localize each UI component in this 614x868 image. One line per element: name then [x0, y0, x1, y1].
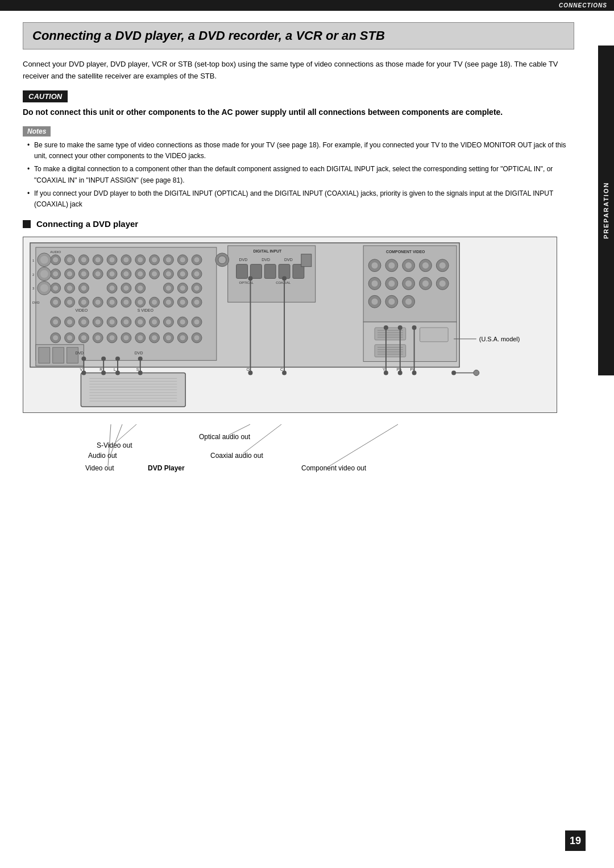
svg-point-187 [371, 298, 378, 305]
svg-point-39 [138, 257, 143, 263]
svg-point-119 [109, 319, 115, 325]
svg-rect-201 [420, 328, 449, 342]
svg-line-257 [108, 424, 111, 466]
svg-text:DVD: DVD [32, 301, 40, 304]
svg-rect-144 [39, 348, 50, 363]
svg-text:L: L [114, 368, 116, 372]
svg-point-62 [180, 286, 185, 291]
svg-rect-145 [53, 348, 64, 363]
svg-point-52 [165, 271, 171, 277]
svg-point-58 [109, 286, 115, 291]
svg-text:DVD: DVD [262, 258, 270, 262]
svg-point-53 [180, 271, 185, 277]
section-label: CONNECTIONS [559, 2, 607, 9]
svg-text:V: V [80, 368, 82, 372]
svg-point-140 [40, 270, 48, 278]
svg-point-36 [95, 257, 101, 263]
svg-text:Y: Y [383, 368, 385, 372]
svg-point-79 [53, 299, 59, 305]
svg-point-133 [152, 335, 157, 341]
svg-text:S VIDEO: S VIDEO [138, 308, 154, 312]
svg-point-219 [115, 357, 120, 361]
svg-point-84 [123, 299, 129, 305]
svg-point-161 [218, 256, 226, 264]
svg-rect-152 [237, 264, 248, 279]
svg-point-181 [439, 262, 446, 269]
svg-point-123 [165, 319, 171, 325]
svg-point-178 [388, 262, 395, 269]
svg-line-258 [229, 424, 250, 435]
svg-point-125 [194, 319, 200, 325]
caution-label: CAUTION [23, 90, 68, 102]
svg-point-184 [405, 280, 412, 287]
svg-point-253 [451, 371, 456, 375]
svg-point-49 [123, 271, 129, 277]
svg-point-51 [152, 271, 157, 277]
svg-point-254 [474, 370, 479, 376]
svg-point-134 [165, 335, 171, 341]
svg-point-33 [53, 257, 59, 263]
svg-text:OPTICAL: OPTICAL [239, 282, 254, 285]
svg-point-120 [123, 319, 129, 325]
svg-point-115 [53, 319, 59, 325]
svg-point-59 [123, 286, 129, 291]
svg-point-54 [194, 271, 200, 277]
caution-text: Do not connect this unit or other compon… [23, 106, 574, 118]
diagram-svg: AUDIO 1 2 3 [23, 237, 557, 412]
svg-point-46 [81, 271, 86, 277]
svg-point-127 [67, 335, 73, 341]
svg-point-216 [101, 357, 106, 361]
svg-text:COMPONENT VIDEO: COMPONENT VIDEO [386, 250, 425, 254]
page-title: Connecting a DVD player, a DVD recorder,… [23, 22, 574, 49]
svg-point-136 [194, 335, 200, 341]
svg-point-87 [165, 299, 171, 305]
svg-rect-154 [264, 264, 276, 279]
svg-point-80 [67, 299, 73, 305]
label-lines-svg [23, 413, 557, 481]
svg-rect-153 [250, 264, 262, 279]
svg-point-122 [152, 319, 157, 325]
tab-label: PREPARATION [603, 182, 609, 239]
diagram-wrapper: AUDIO 1 2 3 [23, 237, 557, 481]
svg-point-129 [95, 335, 101, 341]
svg-point-222 [138, 357, 143, 361]
svg-point-42 [180, 257, 185, 263]
svg-point-60 [138, 286, 143, 291]
svg-point-185 [422, 280, 429, 287]
svg-point-142 [40, 284, 48, 292]
notes-label: Notes [23, 126, 51, 137]
svg-point-37 [109, 257, 115, 263]
svg-line-260 [330, 424, 398, 466]
note-item-3: If you connect your DVD player to both t… [27, 188, 574, 210]
svg-point-118 [95, 319, 101, 325]
svg-line-255 [114, 424, 136, 444]
svg-text:DVD: DVD [135, 351, 143, 355]
svg-point-43 [194, 257, 200, 263]
svg-point-234 [398, 325, 403, 330]
svg-text:DVD: DVD [284, 258, 293, 262]
svg-text:COAXIAL: COAXIAL [276, 282, 291, 285]
svg-point-63 [194, 286, 200, 291]
svg-point-86 [152, 299, 157, 305]
svg-text:R: R [99, 368, 102, 372]
svg-point-188 [388, 298, 395, 305]
svg-point-48 [109, 271, 115, 277]
svg-point-228 [282, 276, 287, 281]
svg-text:AUDIO: AUDIO [50, 250, 61, 254]
svg-point-61 [165, 286, 171, 291]
svg-point-225 [248, 276, 252, 281]
svg-point-82 [95, 299, 101, 305]
svg-text:S: S [136, 368, 139, 372]
svg-point-182 [371, 280, 378, 287]
svg-point-116 [67, 319, 73, 325]
note-item-2: To make a digital connection to a compon… [27, 164, 574, 185]
svg-point-126 [53, 335, 59, 341]
svg-rect-159 [301, 254, 312, 267]
svg-point-89 [194, 299, 200, 305]
svg-point-186 [439, 280, 446, 287]
svg-rect-192 [375, 345, 406, 357]
svg-point-189 [405, 298, 412, 305]
svg-point-237 [412, 325, 417, 330]
svg-point-57 [81, 286, 86, 291]
svg-text:VIDEO: VIDEO [75, 308, 88, 312]
